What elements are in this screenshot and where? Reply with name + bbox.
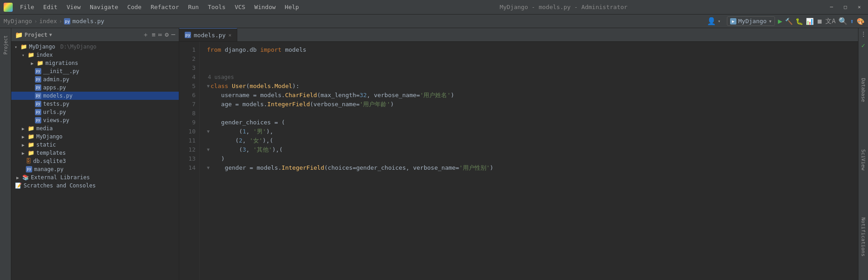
code-space (228, 82, 232, 91)
tree-item-urls[interactable]: py urls.py (11, 108, 179, 116)
tree-arrow-index: ▾ (20, 53, 26, 58)
tree-item-db[interactable]: 🗄 db.sqlite3 (11, 157, 179, 165)
tree-item-scratches[interactable]: 📝 Scratches and Consoles (11, 182, 179, 190)
tree-item-admin[interactable]: py admin.py (11, 75, 179, 84)
tree-item-tests[interactable]: py tests.py (11, 100, 179, 108)
run-config-selector[interactable]: ▶ MyDjango ▾ (727, 16, 775, 26)
breadcrumb-index[interactable]: index (39, 18, 57, 25)
code-paren-close-12: ) (207, 154, 225, 163)
tree-arrow-external: ▶ (15, 175, 20, 180)
code-text: models (281, 45, 306, 54)
tree-label-init: __init__.py (43, 68, 79, 74)
tree-item-media[interactable]: ▶ 📁 media (11, 124, 179, 133)
menu-refactor[interactable]: Refactor (149, 3, 181, 11)
debug-button[interactable]: 🐛 (795, 18, 803, 25)
tab-models-py[interactable]: py models.py ✕ (179, 28, 237, 41)
breadcrumb-file[interactable]: py models.py (64, 18, 104, 25)
color-button[interactable]: 🎨 (857, 18, 864, 25)
close-button[interactable]: ✕ (854, 3, 864, 11)
database-label[interactable]: Database (859, 75, 867, 105)
paren-13b: ) (490, 163, 494, 172)
coverage-button[interactable]: 📊 (806, 18, 814, 25)
code-comma-11: , (246, 145, 253, 154)
menu-code[interactable]: Code (126, 3, 143, 11)
tree-label-urls: urls.py (43, 109, 66, 115)
code-editor[interactable]: from django.db import models 4 usages ▼ … (200, 42, 858, 280)
tree-item-apps[interactable]: py apps.py (11, 84, 179, 92)
tree-item-init[interactable]: py __init__.py (11, 67, 179, 75)
tree-item-models[interactable]: py models.py (11, 92, 179, 100)
db-icon: 🗄 (26, 158, 31, 164)
tree-item-static[interactable]: ▶ 📁 static (11, 141, 179, 149)
line-num-7: 7 (179, 100, 196, 109)
tree-item-views[interactable]: py views.py (11, 116, 179, 124)
minimize-panel-icon[interactable]: ─ (172, 31, 175, 39)
code-eq2: = (417, 91, 420, 100)
tree-item-manage[interactable]: py manage.py (11, 165, 179, 173)
migrations-folder-icon: 📁 (37, 60, 44, 66)
menu-run[interactable]: Run (186, 3, 201, 11)
search-button[interactable]: 🔍 (839, 17, 848, 25)
code-line-2 (207, 54, 858, 64)
menu-file[interactable]: File (18, 3, 36, 11)
menu-window[interactable]: Window (253, 3, 278, 11)
code-eq: = (356, 91, 360, 100)
settings-icon[interactable]: ⚙ (165, 31, 168, 39)
scview-label[interactable]: SciView (859, 147, 867, 173)
right-sidebar: ⋮ ✓ Database SciView Notifications (858, 28, 868, 280)
code-line-7 (207, 109, 858, 118)
code-tuple-2a: ( (207, 136, 239, 145)
sidebar-menu-icon[interactable]: ⋮ (860, 30, 867, 38)
main-layout: Project 📁 Project ▼ ＋ ≡ ≔ ⚙ ─ ▾ 📁 MyDjan… (0, 28, 868, 280)
minimize-button[interactable]: ─ (826, 3, 837, 11)
apps-py-icon: py (35, 84, 41, 91)
right-sidebar-toggle[interactable]: ⋮ (860, 30, 867, 38)
tree-item-templates[interactable]: ▶ 📁 templates (11, 149, 179, 157)
code-text: django.db (221, 45, 260, 54)
fold-icon-9[interactable]: ▼ (207, 127, 210, 136)
tree-item-external-libs[interactable]: ▶ 📚 External Libraries (11, 173, 179, 182)
menu-vcs[interactable]: VCS (233, 3, 247, 11)
breadcrumb-project[interactable]: MyDjango (4, 18, 32, 25)
window-title: MyDjango - models.py - Administrator (301, 4, 826, 10)
breadcrumb-bar: MyDjango › index › py models.py 👤 ▾ ▶ My… (0, 15, 868, 28)
colon: : (296, 82, 299, 91)
collapse-icon[interactable]: ≡ (152, 31, 155, 39)
translate-button[interactable]: 文A (825, 17, 835, 25)
tree-arrow-mydjango: ▶ (20, 134, 26, 139)
tree-label-templates: templates (36, 150, 66, 156)
fold-icon-11[interactable]: ▼ (207, 145, 210, 154)
stop-button[interactable]: ⏹ (816, 18, 823, 25)
menu-edit[interactable]: Edit (41, 3, 59, 11)
build-button[interactable]: 🔨 (785, 18, 793, 25)
menu-help[interactable]: Help (283, 3, 301, 11)
str-other: '其他' (253, 145, 272, 154)
fold-icon-4[interactable]: ▼ (207, 82, 210, 91)
menu-navigate[interactable]: Navigate (88, 3, 120, 11)
run-config-icon: ▶ (730, 18, 736, 25)
code-tuple-2b: ),( (263, 136, 273, 145)
update-button[interactable]: ⬆ (850, 18, 854, 25)
menu-tools[interactable]: Tools (206, 3, 227, 11)
tree-item-mydjango-folder[interactable]: ▶ 📁 MyDjango (11, 133, 179, 141)
code-line-8: gender_choices = ( (207, 118, 858, 127)
tree-item-migrations[interactable]: ▶ 📁 migrations (11, 59, 179, 67)
project-panel-dropdown[interactable]: ▼ (49, 32, 52, 37)
tab-close-button[interactable]: ✕ (228, 32, 231, 38)
maximize-button[interactable]: □ (840, 3, 851, 11)
code-line-3 (207, 64, 858, 73)
param-choices: choices (328, 163, 353, 172)
code-line-1: from django.db import models (207, 45, 858, 54)
expand-icon[interactable]: ≔ (158, 31, 162, 39)
run-button[interactable]: ▶ (778, 17, 782, 25)
line-num-13: 13 (179, 154, 196, 163)
tree-item-index[interactable]: ▾ 📁 index (11, 51, 179, 59)
tree-item-root[interactable]: ▾ 📁 MyDjango D:\MyDjango (11, 43, 179, 51)
fold-icon-13[interactable]: ▼ (207, 163, 210, 172)
tree-label-apps: apps.py (43, 84, 66, 91)
notifications-label[interactable]: Notifications (859, 215, 867, 259)
add-icon[interactable]: ＋ (142, 31, 149, 39)
run-config-label: MyDjango (738, 18, 767, 25)
menu-view[interactable]: View (65, 3, 83, 11)
activity-project-label[interactable]: Project (2, 32, 9, 58)
